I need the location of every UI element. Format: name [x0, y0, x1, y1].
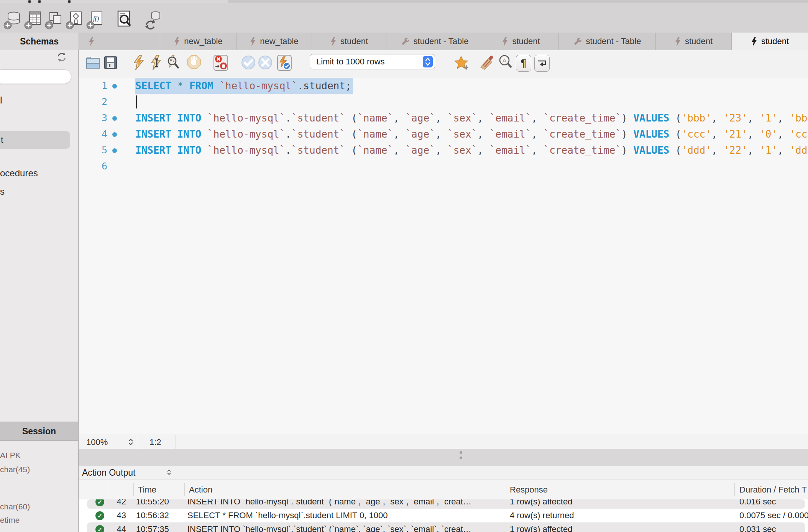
code-text: INSERT INTO `hello-mysql`.`student` (`na…	[135, 142, 807, 158]
action-output-table-header: Time Action Response Duration / Fetch T	[79, 479, 808, 499]
row-action: INSERT INTO `hello-mysql`.`student` (`na…	[187, 499, 504, 509]
column-info-fragment: char(45)	[0, 465, 30, 474]
column-info-fragment: char(60)	[0, 502, 30, 511]
tab-label: student - Table	[414, 36, 469, 46]
action-output-stepper-icon[interactable]	[166, 468, 172, 479]
zoom-stepper-icon[interactable]	[128, 438, 134, 448]
line-number: 6	[79, 158, 107, 174]
col-response[interactable]: Response	[510, 485, 548, 495]
statement-marker-icon	[112, 116, 117, 121]
sync-icon[interactable]	[143, 9, 163, 31]
explain-icon[interactable]	[166, 54, 181, 72]
editor-tab-student[interactable]: student	[483, 33, 558, 50]
line-number: 4	[79, 126, 107, 142]
row-index: 43	[112, 509, 126, 522]
bolt-icon	[751, 37, 757, 46]
stop-icon[interactable]	[186, 54, 202, 72]
dropdown-stepper-icon	[423, 56, 433, 67]
editor-tab-student[interactable]: student	[655, 33, 731, 50]
selected-tree-item[interactable]: t	[0, 131, 70, 149]
schema-search-input[interactable]	[0, 69, 71, 84]
editor-tab-new_table[interactable]: new_table	[160, 33, 236, 50]
column-info-fragment: etime	[0, 516, 20, 525]
tab-label: student	[685, 36, 713, 46]
bolt-icon	[174, 37, 180, 46]
functions-item[interactable]: s	[0, 186, 5, 197]
statement-marker-icon	[112, 132, 117, 137]
code-line-1: 1SELECT * FROM `hello-mysql`.student;	[79, 78, 808, 94]
refresh-icon[interactable]	[56, 51, 67, 63]
find-icon[interactable]: A	[498, 54, 514, 72]
sql-editor[interactable]: 1SELECT * FROM `hello-mysql`.student;23I…	[79, 78, 808, 435]
rollback-icon[interactable]	[258, 54, 273, 72]
editor-tab-student[interactable]: student	[731, 33, 808, 50]
new-view-icon[interactable]	[44, 9, 64, 31]
col-action[interactable]: Action	[189, 485, 212, 495]
selection-highlight: SELECT * FROM `hello-mysql`.student;	[135, 78, 353, 94]
code-line-4: 4INSERT INTO `hello-mysql`.`student` (`n…	[79, 126, 808, 142]
svg-text:A: A	[503, 57, 506, 64]
open-file-icon[interactable]	[85, 54, 101, 72]
code-text: SELECT * FROM `hello-mysql`.student;	[135, 78, 353, 94]
tab-label: student	[340, 36, 368, 46]
wrench-icon	[401, 37, 410, 46]
col-duration[interactable]: Duration / Fetch T	[739, 485, 807, 495]
table-inspector-icon[interactable]	[113, 9, 133, 31]
col-time[interactable]: Time	[138, 485, 156, 495]
autocommit-icon[interactable]	[277, 54, 292, 72]
row-response: 4 row(s) returned	[510, 509, 732, 522]
stop-on-error-icon[interactable]	[213, 54, 228, 72]
wrap-icon[interactable]	[534, 55, 550, 72]
statement-marker-icon	[112, 148, 117, 153]
code-text: INSERT INTO `hello-mysql`.`student` (`na…	[135, 126, 807, 142]
svg-text:f(): f()	[93, 15, 99, 22]
save-icon[interactable]	[103, 54, 118, 72]
bolt-icon	[502, 37, 508, 46]
row-duration: 0.016 sec	[739, 499, 808, 509]
row-index: 42	[112, 499, 126, 509]
schema-item-fragment[interactable]: l	[0, 95, 3, 106]
tab-strip: Schemas new_tablenew_tablestudentstudent…	[0, 33, 808, 51]
editor-tab-student - Table[interactable]: student - Table	[558, 33, 655, 50]
editor-tab-student - Table[interactable]: student - Table	[386, 33, 483, 50]
action-output-row[interactable]: ✓4310:56:32SELECT * FROM `hello-mysql`.s…	[79, 509, 808, 522]
editor-tab-blank[interactable]	[79, 33, 160, 50]
save-snippet-icon[interactable]	[454, 54, 469, 72]
row-time: 10:55:20	[136, 499, 169, 509]
new-table-icon[interactable]	[24, 9, 44, 31]
wrench-icon	[573, 37, 582, 46]
schemas-panel-title: Schemas	[0, 33, 79, 50]
bolt-icon	[88, 37, 95, 46]
editor-tab-student[interactable]: student	[312, 33, 386, 50]
new-schema-icon[interactable]	[3, 9, 23, 31]
execute-icon[interactable]	[131, 54, 147, 72]
bolt-icon	[330, 37, 337, 46]
beautify-icon[interactable]	[479, 54, 494, 72]
execute-current-icon[interactable]	[149, 54, 164, 72]
new-routine-icon[interactable]	[65, 9, 85, 31]
window-top-strip	[0, 0, 808, 3]
row-action: INSERT INTO `hello-mysql`.`student` (`na…	[187, 522, 504, 532]
action-output-row[interactable]: ✓4410:57:35INSERT INTO `hello-mysql`.`st…	[79, 522, 808, 532]
code-text: INSERT INTO `hello-mysql`.`student` (`na…	[135, 110, 807, 126]
row-response: 1 row(s) affected	[510, 499, 732, 509]
mysql-workbench-window: f() Schemas new_tablenew_tablestudentstu…	[0, 0, 808, 532]
limit-rows-value: Limit to 1000 rows	[316, 57, 385, 67]
editor-tab-new_table[interactable]: new_table	[236, 33, 312, 50]
limit-rows-dropdown[interactable]: Limit to 1000 rows	[310, 54, 435, 69]
row-time: 10:57:35	[136, 522, 169, 532]
editor-status-bar: 100% 1:2	[79, 435, 808, 449]
action-output-row[interactable]: ✓4210:55:20INSERT INTO `hello-mysql`.`st…	[79, 499, 808, 509]
zoom-level: 100%	[86, 437, 108, 447]
commit-icon[interactable]	[241, 54, 256, 72]
new-function-icon[interactable]: f()	[86, 9, 106, 31]
main-toolbar: f()	[0, 3, 808, 33]
stored-procedures-item[interactable]: ocedures	[0, 168, 38, 179]
line-number: 5	[79, 142, 107, 158]
success-check-icon: ✓	[95, 511, 104, 520]
session-tab[interactable]: Session	[0, 422, 78, 441]
panel-splitter[interactable]	[79, 449, 808, 466]
row-response: 1 row(s) affected	[510, 522, 732, 532]
invisibles-icon[interactable]: ¶	[516, 55, 531, 72]
code-line-5: 5INSERT INTO `hello-mysql`.`student` (`n…	[79, 142, 808, 158]
